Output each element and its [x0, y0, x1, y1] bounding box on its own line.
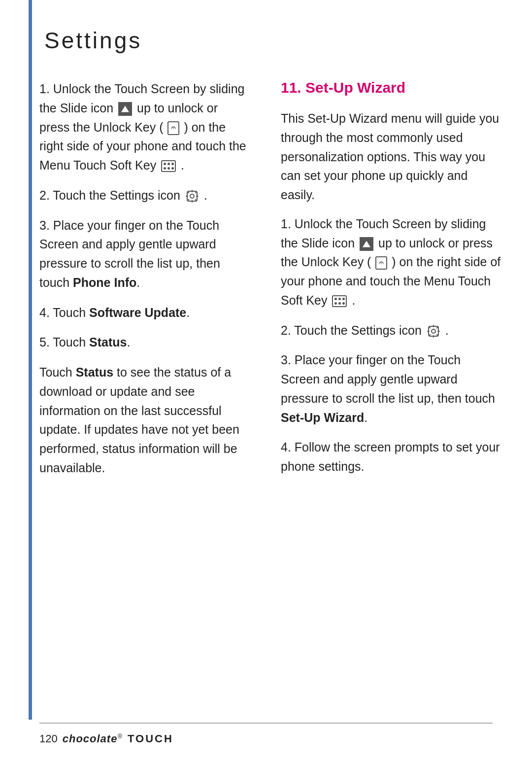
gear-icon [185, 189, 199, 203]
right-instruction-list: 1. Unlock the Touch Screen by sliding th… [281, 214, 502, 476]
page-title: Settings [44, 27, 502, 54]
step-text: Touch the Settings icon . [294, 323, 448, 337]
section-intro: This Set-Up Wizard menu will guide you t… [281, 109, 502, 205]
step-number: 1. [39, 82, 53, 96]
list-item: 3. Place your finger on the Touch Screen… [39, 216, 251, 292]
list-item: 1. Unlock the Touch Screen by sliding th… [281, 214, 502, 310]
list-item: 4. Touch Software Update. [39, 303, 251, 322]
bold-keyword: Status [89, 335, 127, 349]
step-text: Touch the Settings icon . [53, 188, 207, 202]
right-column: 11. Set-Up Wizard This Set-Up Wizard men… [281, 79, 502, 487]
gear-icon [427, 324, 440, 338]
bold-keyword: Status [76, 365, 113, 379]
bold-keyword: Set-Up Wizard [281, 411, 364, 424]
left-instruction-list: 1. Unlock the Touch Screen by sliding th… [39, 79, 251, 352]
list-item: 3. Place your finger on the Touch Screen… [281, 350, 502, 427]
step-text: Unlock the Touch Screen by sliding the S… [281, 217, 500, 307]
list-item: 4. Follow the screen prompts to set your… [281, 438, 502, 476]
step-text: Touch Software Update. [53, 306, 190, 319]
bold-keyword: Phone Info [73, 276, 136, 289]
brand-touch: TOUCH [128, 732, 173, 745]
step-text: Place your finger on the Touch Screen an… [281, 353, 495, 424]
list-item: 1. Unlock the Touch Screen by sliding th… [39, 79, 251, 175]
key-icon: 𝄐 [167, 121, 179, 135]
list-item: 2. Touch the Settings icon . [281, 321, 502, 340]
step-number: 4. [39, 306, 53, 319]
bold-keyword: Software Update [89, 306, 186, 319]
step-text: Place your finger on the Touch Screen an… [39, 218, 220, 289]
list-item: 2. Touch the Settings icon . [39, 186, 251, 205]
step-number: 4. [281, 440, 295, 454]
note-paragraph: Touch Status to see the status of a down… [39, 363, 251, 478]
slide-icon [360, 237, 373, 251]
page-container: Settings 1. Unlock the Touch Screen by s… [0, 0, 532, 765]
list-item: 5. Touch Status. [39, 333, 251, 352]
step-text: Touch Status. [53, 335, 130, 349]
step-text: Follow the screen prompts to set your ph… [281, 440, 500, 473]
step-text: Unlock the Touch Screen by sliding the S… [39, 82, 246, 172]
page-number: 120 [39, 732, 58, 745]
step-number: 2. [39, 188, 53, 202]
step-number: 1. [281, 217, 295, 231]
menu-soft-key-icon [332, 295, 347, 307]
footer-area: 120 chocolate® TOUCH [0, 723, 532, 745]
section-heading: 11. Set-Up Wizard [281, 79, 502, 96]
footer-text: 120 chocolate® TOUCH [39, 732, 493, 745]
brand-name: chocolate® [63, 732, 123, 745]
brand-trademark: ® [117, 732, 123, 740]
step-number: 3. [281, 353, 295, 367]
step-number: 5. [39, 335, 53, 349]
key-icon: 𝄐 [375, 256, 387, 270]
step-number: 3. [39, 218, 53, 232]
two-column-layout: 1. Unlock the Touch Screen by sliding th… [39, 79, 502, 487]
svg-point-0 [190, 194, 194, 198]
svg-point-2 [432, 329, 435, 333]
left-column: 1. Unlock the Touch Screen by sliding th… [39, 79, 251, 487]
menu-soft-key-icon [161, 160, 176, 172]
footer-divider [39, 723, 493, 724]
content-area: Settings 1. Unlock the Touch Screen by s… [0, 0, 532, 527]
slide-icon [118, 102, 132, 116]
step-number: 2. [281, 323, 294, 337]
